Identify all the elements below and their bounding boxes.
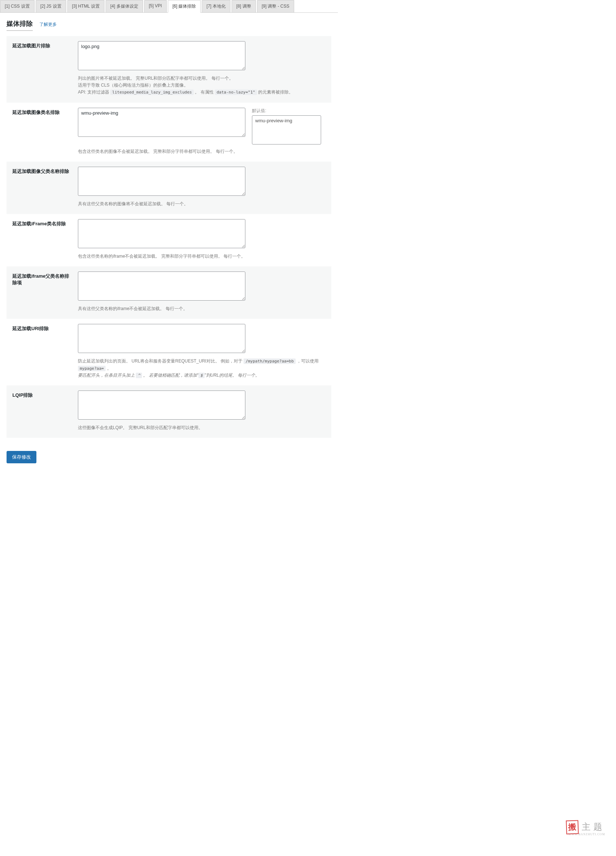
lazy-iframe-parent-class-excludes-input[interactable] <box>78 271 245 300</box>
lazy-class-excludes-input[interactable] <box>78 108 245 137</box>
description-text: 列出的图片将不被延迟加载。 完整URL和部分匹配字串都可以使用。 每行一个。 适… <box>78 75 325 96</box>
lazy-image-excludes-input[interactable] <box>78 41 245 70</box>
section-header: 媒体排除 了解更多 <box>6 19 331 31</box>
lazy-iframe-class-excludes-input[interactable] <box>78 219 245 248</box>
default-value-label: 默认值: <box>252 108 321 114</box>
tab-tuning-css[interactable]: [9] 调整 - CSS <box>257 0 294 12</box>
tab-js[interactable]: [2] JS 设置 <box>36 0 66 12</box>
row-label-lazy-image-excludes: 延迟加载图片排除 <box>6 36 78 103</box>
settings-table: 延迟加载图片排除 列出的图片将不被延迟加载。 完整URL和部分匹配字串都可以使用… <box>6 36 331 438</box>
lqip-excludes-input[interactable] <box>78 391 245 420</box>
tab-media-excludes[interactable]: [6] 媒体排除 <box>168 0 201 13</box>
row-label-lazy-iframe-class-excludes: 延迟加载iFrame类名排除 <box>6 214 78 266</box>
save-button[interactable]: 保存修改 <box>6 451 36 463</box>
description-text: 这些图像不会生成LQIP。 完整URL和部分匹配字串都可以使用。 <box>78 424 325 431</box>
row-label-lazy-class-excludes: 延迟加载图像类名排除 <box>6 103 78 162</box>
tab-vpi[interactable]: [5] VPI <box>144 0 167 12</box>
tab-html[interactable]: [3] HTML 设置 <box>67 0 105 12</box>
lazy-uri-excludes-input[interactable] <box>78 324 245 353</box>
tabs-bar: [1] CSS 设置 [2] JS 设置 [3] HTML 设置 [4] 多媒体… <box>0 0 338 13</box>
description-text: 具有这些父类名称的图像将不会被延迟加载。 每行一个。 <box>78 200 325 208</box>
default-value-box: wmu-preview-img <box>252 115 321 145</box>
row-label-lazy-parent-class-excludes: 延迟加载图像父类名称排除 <box>6 162 78 214</box>
lazy-parent-class-excludes-input[interactable] <box>78 167 245 196</box>
tab-tuning[interactable]: [8] 调整 <box>231 0 256 12</box>
tab-localization[interactable]: [7] 本地化 <box>202 0 231 12</box>
row-label-lqip-excludes: LQIP排除 <box>6 385 78 438</box>
row-label-lazy-uri-excludes: 延迟加载URI排除 <box>6 319 78 385</box>
learn-more-link[interactable]: 了解更多 <box>39 22 57 28</box>
description-text: 包含这些类名的图像不会被延迟加载。 完整和部分字符串都可以使用。 每行一个。 <box>78 148 325 155</box>
tab-media-settings[interactable]: [4] 多媒体设定 <box>106 0 143 12</box>
section-title: 媒体排除 <box>6 19 33 31</box>
description-text: 防止延迟加载列出的页面。 URL将会和服务器变量REQUEST_URI对比。 例… <box>78 358 325 379</box>
description-text: 具有这些父类名称的iframe不会被延迟加载。 每行一个。 <box>78 305 325 312</box>
row-label-lazy-iframe-parent-class-excludes: 延迟加载iframe父类名称排除项 <box>6 266 78 319</box>
tab-css[interactable]: [1] CSS 设置 <box>0 0 35 12</box>
description-text: 包含这些类名称的iframe不会被延迟加载。 完整和部分字符串都可以使用。 每行… <box>78 253 325 260</box>
